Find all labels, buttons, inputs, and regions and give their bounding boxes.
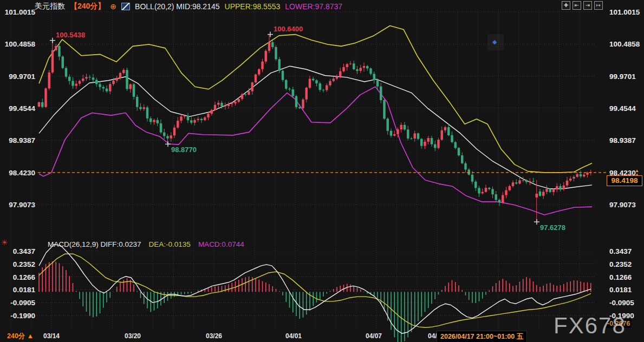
cursor-diamond-icon: ◆ bbox=[492, 38, 497, 45]
chart-header: 美元指数 【240分】 ⊕ BOLL(20,2) MID:98.2145 UPP… bbox=[35, 2, 342, 11]
macd-header: MACD(26,12,9) DIFF:0.0237 DEA:-0.0135 MA… bbox=[48, 240, 244, 248]
chart-toolbar: ✚⇤⇥↦ bbox=[562, 1, 603, 10]
low-price-annotation: 98.8770 bbox=[171, 146, 197, 154]
macd-axis-label-left: -0.0905 bbox=[2, 299, 35, 307]
x-tick-partial: 04/ bbox=[428, 332, 437, 340]
y-axis-label-right: 99.4544 bbox=[609, 104, 636, 112]
y-axis-label-left: 97.9073 bbox=[2, 200, 35, 208]
pan-right-edge-icon[interactable]: ⇥ bbox=[583, 1, 592, 10]
last-price-box: 98.4198 bbox=[607, 175, 642, 186]
macd-axis-label-right: 0.3437 bbox=[609, 247, 632, 255]
chart-app-window: { "header": { "symbol": "美元指数", "timefra… bbox=[0, 0, 644, 342]
move-crosshair-icon[interactable]: ✚ bbox=[562, 1, 570, 10]
add-indicator-icon[interactable]: ⊕ bbox=[110, 2, 116, 11]
macd-axis-label-right: 0.1266 bbox=[609, 273, 632, 281]
macd-axis-label-left: 0.3437 bbox=[2, 247, 35, 255]
macd-axis-label-right: 0.0181 bbox=[609, 286, 632, 294]
y-axis-label-right: 101.0015 bbox=[609, 8, 640, 16]
macd-macd-value: MACD:0.0744 bbox=[198, 240, 244, 248]
boll-mid-value: BOLL(20,2) MID:98.2145 bbox=[135, 2, 219, 11]
chart-type-icon[interactable] bbox=[121, 3, 130, 10]
macd-axis-label-left: 0.1266 bbox=[2, 273, 35, 281]
y-axis-label-left: 101.0015 bbox=[2, 8, 35, 16]
macd-axis-label-right: 0.2352 bbox=[609, 260, 632, 268]
x-axis-label: 03/14 bbox=[43, 332, 60, 340]
y-axis-label-left: 99.9701 bbox=[2, 72, 35, 80]
x-axis-label: 03/26 bbox=[206, 332, 222, 340]
y-axis-label-left: 98.9387 bbox=[2, 136, 35, 144]
timeframe-badge[interactable]: 240分 ▲ bbox=[7, 332, 34, 341]
y-axis-label-right: 97.9073 bbox=[609, 200, 636, 208]
y-axis-label-left: 100.4858 bbox=[2, 40, 35, 48]
symbol-title: 美元指数 bbox=[35, 2, 65, 11]
macd-axis-label-right: -0.0905 bbox=[609, 299, 634, 307]
mouse-cursor-marker: ◆ bbox=[487, 34, 504, 50]
pan-left-edge-icon[interactable]: ⇤ bbox=[573, 1, 581, 10]
macd-axis-label-left: 0.2352 bbox=[2, 260, 35, 268]
high-price-annotation: 100.6400 bbox=[274, 25, 303, 33]
boll-lower-value: LOWER:97.8737 bbox=[285, 2, 342, 11]
price-chart-canvas[interactable] bbox=[0, 0, 644, 342]
timeframe-label[interactable]: 【240分】 bbox=[70, 2, 105, 11]
y-axis-label-right: 100.4858 bbox=[609, 40, 640, 48]
watermark-logo: FX678 bbox=[554, 313, 626, 339]
low-price-annotation: 97.6278 bbox=[540, 223, 565, 232]
boll-upper-value: UPPER:98.5553 bbox=[225, 2, 281, 11]
crosshair-date-tooltip: 2026/04/17 21:00~01:00 五 bbox=[437, 331, 527, 342]
y-axis-label-right: 99.9701 bbox=[609, 72, 636, 80]
shift-right-icon[interactable]: ↦ bbox=[594, 1, 603, 10]
y-axis-label-left: 99.4544 bbox=[2, 104, 35, 112]
y-axis-label-right: 98.9387 bbox=[609, 136, 636, 144]
y-axis-label-right: 98.4230 bbox=[609, 168, 636, 176]
x-axis-label: 04/01 bbox=[285, 332, 302, 340]
x-axis-label: 04/07 bbox=[366, 332, 382, 340]
macd-axis-label-left: 0.0181 bbox=[2, 286, 35, 294]
macd-dea-value: DEA:-0.0135 bbox=[149, 240, 191, 248]
y-axis-label-left: 98.4230 bbox=[2, 168, 35, 176]
macd-axis-label-left: -0.1990 bbox=[2, 312, 35, 320]
macd-diff-value: MACD(26,12,9) DIFF:0.0237 bbox=[48, 240, 141, 248]
live-indicator-icon: ☀ bbox=[1, 238, 8, 247]
high-price-annotation: 100.5438 bbox=[56, 31, 85, 39]
x-axis-label: 03/20 bbox=[125, 332, 141, 340]
